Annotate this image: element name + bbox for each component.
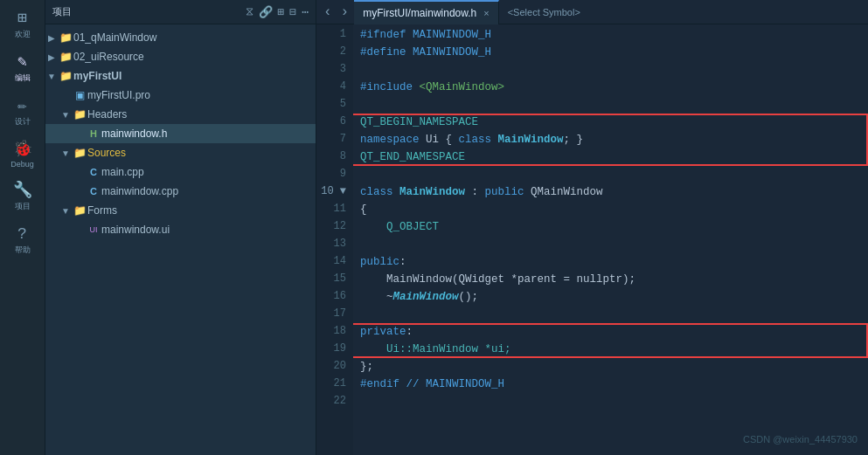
filter-icon[interactable]: ⧖: [246, 5, 253, 19]
line-number: 15: [316, 271, 346, 288]
tree-file-icon: H: [86, 128, 101, 139]
code-token: #endif // MAINWINDOW_H: [360, 376, 504, 393]
editor-tab-bar: ‹ › myFirstUI/mainwindow.h × <Select Sym…: [316, 0, 868, 24]
tree-item-label: mainwindow.cpp: [101, 185, 178, 197]
line-number: 19: [316, 341, 346, 358]
tree-item-01-qMainWindow[interactable]: ▶📁01_qMainWindow: [45, 28, 316, 47]
code-token: public: [360, 253, 399, 271]
sidebar-item-help[interactable]: ? 帮助: [0, 219, 45, 263]
code-token: :: [406, 323, 413, 341]
code-token: #ifndef MAINWINDOW_H: [360, 26, 491, 44]
code-token: };: [360, 358, 373, 376]
sidebar-item-welcome[interactable]: ⊞ 欢迎: [0, 3, 45, 47]
line-number: 6: [316, 114, 346, 131]
code-content[interactable]: #ifndef MAINWINDOW_H#define MAINWINDOW_H…: [353, 24, 868, 455]
select-symbol-label[interactable]: <Select Symbol>: [508, 7, 580, 17]
tree-item-myFirstUI[interactable]: ▼📁myFirstUI: [45, 66, 316, 86]
line-number: 18: [316, 323, 346, 341]
tree-arrow: ▶: [45, 52, 58, 62]
expand-icon[interactable]: ⊞: [278, 5, 285, 19]
code-line: namespace Ui { class MainWindow; }: [360, 131, 861, 148]
line-number: 7: [316, 131, 346, 148]
code-token: #define MAINWINDOW_H: [360, 44, 491, 61]
tab-close-btn[interactable]: ×: [483, 8, 489, 18]
tree-item-label: main.cpp: [101, 166, 144, 178]
tree-item-mainwindow-cpp[interactable]: Cmainwindow.cpp: [45, 182, 316, 201]
code-token: Ui::MainWindow *ui;: [360, 341, 511, 358]
code-token: Q_OBJECT: [360, 218, 439, 236]
code-line: [360, 166, 861, 183]
sidebar-debug-label: Debug: [10, 160, 34, 169]
more-icon[interactable]: ⋯: [302, 5, 309, 19]
tab-prev-btn[interactable]: ‹: [320, 4, 336, 20]
code-token: ~: [360, 288, 393, 306]
collapse-icon[interactable]: ⊟: [289, 5, 296, 19]
line-number: 22: [316, 393, 346, 410]
edit-icon: ✎: [17, 54, 27, 70]
code-token: namespace: [360, 131, 426, 148]
tree-file-icon: 📁: [58, 31, 73, 44]
line-number: 16: [316, 288, 346, 306]
sidebar-project-label: 项目: [15, 201, 31, 212]
tree-file-icon: 📁: [58, 51, 73, 63]
tab-label: myFirstUI/mainwindow.h: [363, 7, 476, 19]
code-token: #include: [360, 79, 420, 96]
line-number: 8: [316, 148, 346, 166]
code-line: QT_END_NAMESPACE: [360, 148, 861, 166]
tree-item-Forms[interactable]: ▼📁Forms: [45, 201, 316, 220]
code-token: :: [465, 183, 485, 201]
tree-item-label: Headers: [87, 108, 127, 121]
tree-item-02-uiResource[interactable]: ▶📁02_uiResource: [45, 47, 316, 66]
tree-item-label: Forms: [87, 204, 117, 217]
code-token: MainWindow: [393, 288, 459, 306]
code-token: :: [399, 253, 406, 271]
code-token: {: [439, 131, 459, 148]
code-line: #ifndef MAINWINDOW_H: [360, 26, 861, 44]
tree-arrow: ▼: [59, 206, 72, 216]
code-line: [360, 61, 861, 79]
line-number: 11: [316, 201, 346, 218]
sidebar-item-design[interactable]: ✏ 设计: [0, 91, 45, 134]
code-token: [491, 131, 498, 148]
code-line: #include <QMainWindow>: [360, 79, 861, 96]
line-number: 2: [316, 44, 346, 61]
sidebar-item-project[interactable]: 🔧 项目: [0, 176, 45, 219]
tab-mainwindow-h[interactable]: myFirstUI/mainwindow.h ×: [354, 0, 498, 24]
tree-item-mainwindow-h[interactable]: Hmainwindow.h: [45, 124, 316, 143]
code-line: QT_BEGIN_NAMESPACE: [360, 114, 861, 131]
sidebar-item-debug[interactable]: 🐞 Debug: [0, 134, 45, 176]
code-token: ();: [459, 288, 479, 306]
tree-file-icon: C: [86, 186, 101, 196]
code-line: {: [360, 201, 861, 218]
file-tree-panel: 项目 ⧖ 🔗 ⊞ ⊟ ⋯ ▶📁01_qMainWindow▶📁02_uiReso…: [45, 0, 316, 455]
editor-area: ‹ › myFirstUI/mainwindow.h × <Select Sym…: [316, 0, 868, 455]
tree-file-icon: 📁: [72, 108, 87, 121]
tree-item-label: myFirstUI: [73, 70, 122, 82]
code-token: class: [360, 183, 399, 201]
design-icon: ✏: [17, 98, 27, 114]
tree-item-label: mainwindow.ui: [101, 224, 170, 236]
code-line: class MainWindow : public QMainWindow: [360, 183, 861, 201]
tree-item-Sources[interactable]: ▼📁Sources: [45, 143, 316, 162]
code-line: Ui::MainWindow *ui;: [360, 341, 861, 358]
link-icon[interactable]: 🔗: [259, 5, 273, 19]
file-tree-title: 项目: [52, 5, 72, 18]
code-line: };: [360, 358, 861, 376]
line-number: 17: [316, 306, 346, 323]
file-tree-toolbar: ⧖ 🔗 ⊞ ⊟ ⋯: [246, 5, 309, 19]
project-icon: 🔧: [13, 183, 32, 198]
watermark: CSDN @weixin_44457930: [743, 431, 858, 448]
tree-item-mainwindow-ui[interactable]: UImainwindow.ui: [45, 220, 316, 239]
sidebar-welcome-label: 欢迎: [15, 29, 31, 40]
line-number: 14: [316, 253, 346, 271]
tree-arrow: ▼: [59, 148, 72, 158]
sidebar-item-edit[interactable]: ✎ 编辑: [0, 47, 45, 91]
tree-item-Headers[interactable]: ▼📁Headers: [45, 105, 316, 124]
code-token: MainWindow(QWidget *parent = nullptr);: [360, 271, 635, 288]
tab-next-btn[interactable]: ›: [337, 4, 353, 20]
code-token: QT_BEGIN_NAMESPACE: [360, 114, 478, 131]
tree-item-myFirstUI-pro[interactable]: ▣myFirstUI.pro: [45, 86, 316, 105]
tree-file-icon: 📁: [58, 70, 73, 82]
tree-item-main-cpp[interactable]: Cmain.cpp: [45, 162, 316, 182]
line-number: 1: [316, 26, 346, 44]
